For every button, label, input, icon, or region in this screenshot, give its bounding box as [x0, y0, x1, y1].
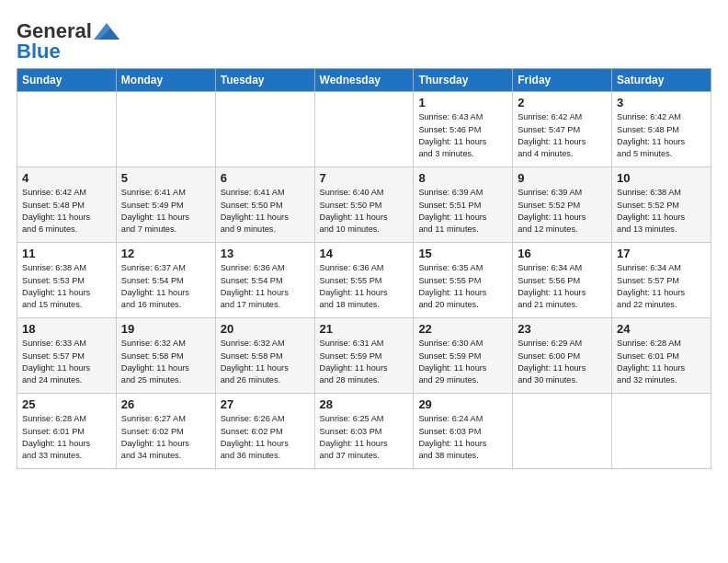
logo: General Blue — [17, 20, 119, 63]
calendar-cell: 27Sunrise: 6:26 AM Sunset: 6:02 PM Dayli… — [215, 394, 314, 469]
week-row-4: 18Sunrise: 6:33 AM Sunset: 5:57 PM Dayli… — [17, 318, 711, 394]
day-number: 16 — [518, 247, 607, 260]
calendar-cell: 22Sunrise: 6:30 AM Sunset: 5:59 PM Dayli… — [414, 318, 513, 394]
calendar-cell: 23Sunrise: 6:29 AM Sunset: 6:00 PM Dayli… — [513, 318, 612, 394]
calendar-cell: 2Sunrise: 6:42 AM Sunset: 5:47 PM Daylig… — [513, 92, 612, 167]
day-number: 9 — [518, 171, 607, 185]
day-number: 1 — [418, 96, 507, 109]
calendar-cell: 17Sunrise: 6:34 AM Sunset: 5:57 PM Dayli… — [612, 243, 711, 318]
day-info: Sunrise: 6:35 AM Sunset: 5:55 PM Dayligh… — [418, 262, 507, 311]
calendar-cell: 6Sunrise: 6:41 AM Sunset: 5:50 PM Daylig… — [215, 167, 314, 243]
day-info: Sunrise: 6:30 AM Sunset: 5:59 PM Dayligh… — [418, 338, 507, 386]
calendar-cell: 13Sunrise: 6:36 AM Sunset: 5:54 PM Dayli… — [215, 243, 314, 318]
day-info: Sunrise: 6:33 AM Sunset: 5:57 PM Dayligh… — [22, 338, 111, 386]
calendar-cell: 20Sunrise: 6:32 AM Sunset: 5:58 PM Dayli… — [215, 318, 314, 394]
weekday-header-monday: Monday — [116, 69, 215, 92]
day-info: Sunrise: 6:37 AM Sunset: 5:54 PM Dayligh… — [121, 262, 210, 311]
day-info: Sunrise: 6:32 AM Sunset: 5:58 PM Dayligh… — [221, 338, 310, 386]
day-number: 4 — [22, 171, 111, 185]
day-number: 2 — [518, 96, 607, 109]
calendar-cell: 28Sunrise: 6:25 AM Sunset: 6:03 PM Dayli… — [314, 394, 414, 469]
day-number: 27 — [221, 397, 310, 411]
day-info: Sunrise: 6:36 AM Sunset: 5:55 PM Dayligh… — [320, 262, 409, 311]
day-info: Sunrise: 6:34 AM Sunset: 5:57 PM Dayligh… — [617, 262, 706, 311]
day-info: Sunrise: 6:42 AM Sunset: 5:48 PM Dayligh… — [617, 111, 706, 160]
day-info: Sunrise: 6:24 AM Sunset: 6:03 PM Dayligh… — [418, 413, 507, 462]
weekday-header-wednesday: Wednesday — [314, 69, 414, 92]
day-info: Sunrise: 6:27 AM Sunset: 6:02 PM Dayligh… — [121, 413, 210, 462]
day-number: 21 — [320, 322, 409, 336]
day-info: Sunrise: 6:41 AM Sunset: 5:50 PM Dayligh… — [221, 187, 310, 236]
calendar-cell: 19Sunrise: 6:32 AM Sunset: 5:58 PM Dayli… — [116, 318, 215, 394]
day-number: 28 — [320, 397, 409, 411]
calendar-cell: 15Sunrise: 6:35 AM Sunset: 5:55 PM Dayli… — [414, 243, 513, 318]
calendar-cell — [17, 92, 117, 167]
calendar-cell: 12Sunrise: 6:37 AM Sunset: 5:54 PM Dayli… — [116, 243, 215, 318]
day-number: 18 — [22, 322, 111, 336]
calendar-cell: 8Sunrise: 6:39 AM Sunset: 5:51 PM Daylig… — [414, 167, 513, 243]
calendar-cell: 9Sunrise: 6:39 AM Sunset: 5:52 PM Daylig… — [513, 167, 612, 243]
day-number: 25 — [22, 397, 111, 411]
week-row-5: 25Sunrise: 6:28 AM Sunset: 6:01 PM Dayli… — [17, 394, 711, 469]
day-info: Sunrise: 6:43 AM Sunset: 5:46 PM Dayligh… — [418, 111, 507, 160]
page: General Blue SundayMondayTuesdayWednesda… — [0, 0, 728, 478]
calendar-cell: 24Sunrise: 6:28 AM Sunset: 6:01 PM Dayli… — [612, 318, 711, 394]
calendar-cell: 16Sunrise: 6:34 AM Sunset: 5:56 PM Dayli… — [513, 243, 612, 318]
calendar-cell: 4Sunrise: 6:42 AM Sunset: 5:48 PM Daylig… — [17, 167, 117, 243]
calendar-cell — [612, 394, 711, 469]
day-number: 8 — [418, 171, 507, 185]
day-info: Sunrise: 6:42 AM Sunset: 5:48 PM Dayligh… — [22, 187, 111, 236]
day-number: 15 — [418, 247, 507, 260]
weekday-header-sunday: Sunday — [17, 69, 117, 92]
day-number: 23 — [518, 322, 607, 336]
day-number: 24 — [617, 322, 706, 336]
day-info: Sunrise: 6:28 AM Sunset: 6:01 PM Dayligh… — [617, 338, 706, 386]
calendar-cell: 3Sunrise: 6:42 AM Sunset: 5:48 PM Daylig… — [612, 92, 711, 167]
day-number: 5 — [121, 171, 210, 185]
weekday-header-row: SundayMondayTuesdayWednesdayThursdayFrid… — [17, 69, 711, 92]
logo-text-blue: Blue — [17, 40, 61, 63]
day-info: Sunrise: 6:39 AM Sunset: 5:52 PM Dayligh… — [518, 187, 607, 236]
day-number: 20 — [221, 322, 310, 336]
day-info: Sunrise: 6:36 AM Sunset: 5:54 PM Dayligh… — [221, 262, 310, 311]
day-info: Sunrise: 6:39 AM Sunset: 5:51 PM Dayligh… — [418, 187, 507, 236]
week-row-2: 4Sunrise: 6:42 AM Sunset: 5:48 PM Daylig… — [17, 167, 711, 243]
day-info: Sunrise: 6:38 AM Sunset: 5:53 PM Dayligh… — [22, 262, 111, 311]
calendar-cell: 26Sunrise: 6:27 AM Sunset: 6:02 PM Dayli… — [116, 394, 215, 469]
calendar-cell: 5Sunrise: 6:41 AM Sunset: 5:49 PM Daylig… — [116, 167, 215, 243]
day-info: Sunrise: 6:28 AM Sunset: 6:01 PM Dayligh… — [22, 413, 111, 462]
day-info: Sunrise: 6:42 AM Sunset: 5:47 PM Dayligh… — [518, 111, 607, 160]
calendar-table: SundayMondayTuesdayWednesdayThursdayFrid… — [17, 68, 711, 469]
calendar-cell: 11Sunrise: 6:38 AM Sunset: 5:53 PM Dayli… — [17, 243, 117, 318]
day-info: Sunrise: 6:32 AM Sunset: 5:58 PM Dayligh… — [121, 338, 210, 386]
day-number: 22 — [418, 322, 507, 336]
day-info: Sunrise: 6:34 AM Sunset: 5:56 PM Dayligh… — [518, 262, 607, 311]
calendar-cell: 14Sunrise: 6:36 AM Sunset: 5:55 PM Dayli… — [314, 243, 414, 318]
day-number: 6 — [221, 171, 310, 185]
calendar-cell: 7Sunrise: 6:40 AM Sunset: 5:50 PM Daylig… — [314, 167, 414, 243]
day-number: 12 — [121, 247, 210, 260]
day-number: 19 — [121, 322, 210, 336]
day-number: 13 — [221, 247, 310, 260]
day-number: 3 — [617, 96, 706, 109]
day-number: 11 — [22, 247, 111, 260]
calendar-cell: 10Sunrise: 6:38 AM Sunset: 5:52 PM Dayli… — [612, 167, 711, 243]
day-info: Sunrise: 6:41 AM Sunset: 5:49 PM Dayligh… — [121, 187, 210, 236]
day-number: 10 — [617, 171, 706, 185]
day-info: Sunrise: 6:38 AM Sunset: 5:52 PM Dayligh… — [617, 187, 706, 236]
calendar-cell: 18Sunrise: 6:33 AM Sunset: 5:57 PM Dayli… — [17, 318, 117, 394]
day-number: 14 — [320, 247, 409, 260]
logo-icon — [94, 21, 119, 41]
day-number: 29 — [418, 397, 507, 411]
week-row-1: 1Sunrise: 6:43 AM Sunset: 5:46 PM Daylig… — [17, 92, 711, 167]
calendar-cell — [513, 394, 612, 469]
day-info: Sunrise: 6:25 AM Sunset: 6:03 PM Dayligh… — [320, 413, 409, 462]
calendar-cell — [215, 92, 314, 167]
calendar-cell — [314, 92, 414, 167]
header: General Blue — [17, 17, 711, 63]
weekday-header-saturday: Saturday — [612, 69, 711, 92]
day-number: 17 — [617, 247, 706, 260]
calendar-cell: 25Sunrise: 6:28 AM Sunset: 6:01 PM Dayli… — [17, 394, 117, 469]
day-info: Sunrise: 6:26 AM Sunset: 6:02 PM Dayligh… — [221, 413, 310, 462]
week-row-3: 11Sunrise: 6:38 AM Sunset: 5:53 PM Dayli… — [17, 243, 711, 318]
